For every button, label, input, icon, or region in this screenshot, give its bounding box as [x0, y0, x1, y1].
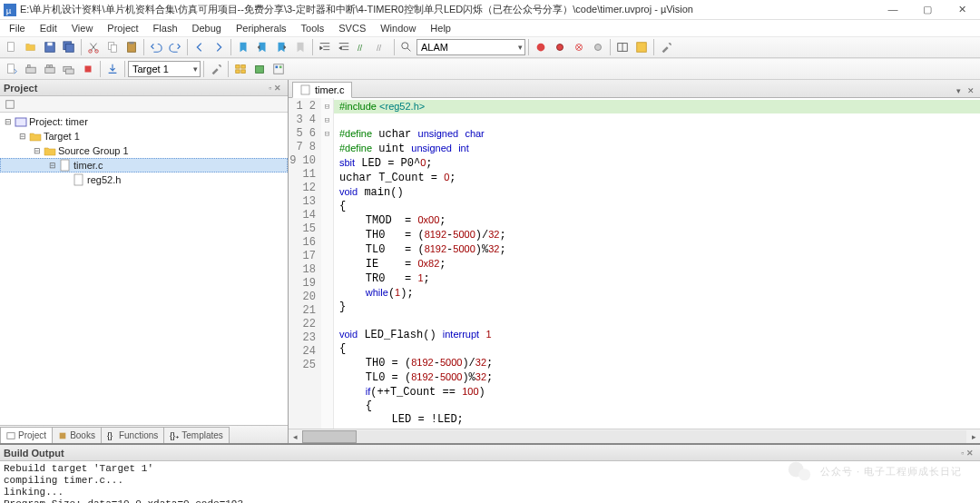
pane-pin-button[interactable]: ▫ ✕ [266, 84, 284, 93]
svg-rect-12 [129, 42, 133, 44]
save-all-button[interactable] [60, 38, 78, 56]
menu-window[interactable]: Window [375, 22, 421, 35]
bookmark-prev-button[interactable] [253, 38, 271, 56]
tree-group[interactable]: ⊟ Source Group 1 [0, 143, 288, 158]
breakpoint-insert-button[interactable] [551, 38, 569, 56]
maximize-button[interactable]: ▢ [918, 4, 936, 15]
tree-root-label: Project: timer [29, 116, 88, 127]
bookmark-next-button[interactable] [272, 38, 290, 56]
tree-file-reg52-h[interactable]: reg52.h [0, 173, 288, 187]
undo-button[interactable] [147, 38, 165, 56]
fold-column[interactable]: ⊟ ⊟ ⊟ [321, 98, 334, 429]
tools-button[interactable] [657, 38, 675, 56]
menu-debug[interactable]: Debug [187, 22, 227, 35]
menu-bar: FileEditViewProjectFlashDebugPeripherals… [0, 20, 980, 36]
pane-tab-templates[interactable]: {}₊Templates [163, 427, 230, 443]
folder-icon [29, 130, 42, 143]
c-file-icon [300, 84, 311, 95]
project-pane-tabs: ProjectBooks{}Functions{}₊Templates [0, 425, 288, 443]
svg-rect-30 [85, 66, 92, 73]
outdent-button[interactable] [335, 38, 353, 56]
redo-button[interactable] [166, 38, 184, 56]
paste-button[interactable] [122, 38, 141, 56]
svg-text:{}: {} [107, 431, 113, 440]
h-file-icon [73, 173, 85, 186]
svg-text:µ: µ [6, 5, 12, 15]
menu-help[interactable]: Help [425, 22, 456, 35]
editor-tab-timer-c[interactable]: timer.c [292, 82, 352, 98]
save-button[interactable] [41, 38, 59, 56]
menu-svcs[interactable]: SVCS [333, 22, 371, 35]
svg-rect-46 [301, 85, 309, 94]
copy-button[interactable] [103, 38, 122, 56]
build-button[interactable] [22, 60, 40, 78]
tree-root[interactable]: ⊟ Project: timer [0, 114, 288, 129]
manage-button[interactable] [231, 60, 250, 78]
translate-button[interactable] [3, 60, 21, 78]
download-button[interactable] [103, 60, 122, 78]
pane-tab-books[interactable]: Books [52, 427, 102, 443]
menu-flash[interactable]: Flash [148, 22, 183, 35]
menu-project[interactable]: Project [102, 22, 143, 35]
project-icon [15, 115, 27, 128]
tab-dropdown-button[interactable]: ▾ [953, 86, 964, 97]
svg-text:{}₊: {}₊ [170, 431, 179, 440]
bookmark-clear-button[interactable] [291, 38, 309, 56]
editor-horiz-scrollbar[interactable]: ◂▸ [289, 429, 980, 443]
nav-back-button[interactable] [191, 38, 209, 56]
svg-rect-24 [28, 65, 31, 68]
target-options-button[interactable] [207, 60, 225, 78]
pack-button[interactable] [250, 60, 269, 78]
window-title: E:\单片机设计资料\单片机资料合集\仿真可用项目--免费分享\3-定时器和中断… [20, 3, 884, 16]
stop-build-button[interactable] [79, 60, 97, 78]
debug-button[interactable] [532, 38, 550, 56]
breakpoint-disable-button[interactable] [589, 38, 607, 56]
find-combo[interactable]: ALAM [416, 39, 525, 55]
open-button[interactable] [22, 38, 40, 56]
bookmark-button[interactable] [234, 38, 252, 56]
editor-tab-bar: timer.c ▾ ✕ [289, 80, 980, 98]
menu-view[interactable]: View [66, 22, 99, 35]
menu-file[interactable]: File [4, 22, 31, 35]
proj-expand-icon[interactable] [3, 97, 17, 112]
pane-tab-functions[interactable]: {}Functions [101, 427, 164, 443]
minimize-button[interactable]: — [884, 4, 902, 15]
svg-point-17 [557, 44, 564, 51]
window-split-button[interactable] [613, 38, 632, 56]
svg-rect-39 [6, 100, 15, 108]
menu-edit[interactable]: Edit [34, 22, 63, 35]
close-button[interactable]: ✕ [953, 4, 971, 15]
folder-icon [44, 144, 56, 157]
toolbar-build: Target 1 [0, 58, 980, 80]
svg-rect-42 [74, 174, 83, 185]
breakpoint-kill-button[interactable] [570, 38, 588, 56]
tree-file-timer-c[interactable]: ⊟ timer.c [0, 158, 288, 173]
rebuild-button[interactable] [41, 60, 59, 78]
comment-button[interactable]: // [354, 38, 372, 56]
rte-button[interactable] [270, 60, 288, 78]
cut-button[interactable] [84, 38, 103, 56]
build-output-pane: Build Output ▫ ✕ Rebuild target 'Target … [0, 443, 980, 503]
build-output-header: Build Output ▫ ✕ [0, 445, 980, 461]
project-tree[interactable]: ⊟ Project: timer ⊟ Target 1 ⊟ Source Gro… [0, 113, 288, 425]
code-editor[interactable]: 1 2 3 4 5 6 7 8 9 10 11 12 13 14 15 16 1… [289, 98, 980, 429]
target-combo[interactable]: Target 1 [128, 61, 201, 77]
code-text[interactable]: #include <reg52.h> #define uchar unsigne… [334, 98, 980, 429]
svg-rect-33 [236, 70, 240, 74]
menu-tools[interactable]: Tools [296, 22, 330, 35]
indent-button[interactable] [316, 38, 334, 56]
nav-fwd-button[interactable] [210, 38, 228, 56]
pane-tab-project[interactable]: Project [0, 427, 53, 443]
batch-build-button[interactable] [60, 60, 78, 78]
config-button[interactable] [632, 38, 651, 56]
editor-tab-label: timer.c [315, 84, 344, 95]
tree-target[interactable]: ⊟ Target 1 [0, 129, 288, 143]
uncomment-button[interactable]: // [373, 38, 391, 56]
build-pane-close-button[interactable]: ▫ ✕ [958, 449, 976, 458]
find-button[interactable] [397, 38, 416, 56]
build-output-text[interactable]: Rebuild target 'Target 1' compiling time… [0, 461, 980, 503]
menu-peripherals[interactable]: Peripherals [230, 22, 292, 35]
svg-text://: // [358, 43, 363, 53]
tab-close-button[interactable]: ✕ [965, 86, 976, 97]
new-button[interactable] [3, 38, 21, 56]
